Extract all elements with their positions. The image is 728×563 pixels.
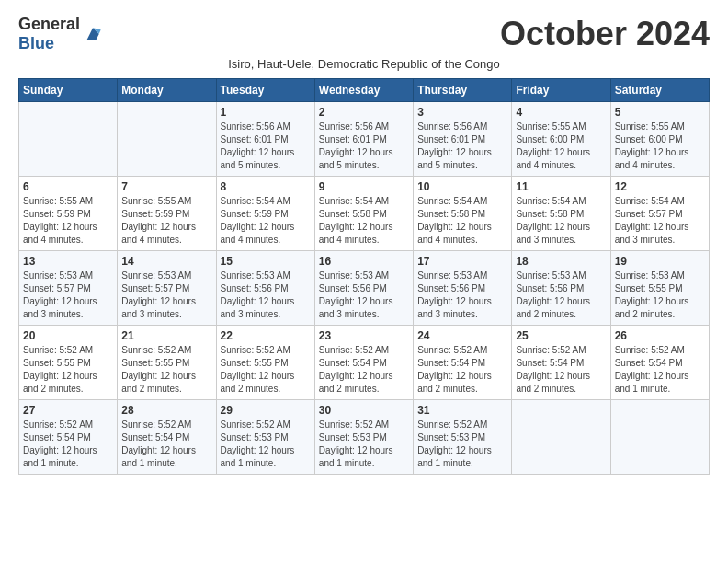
day-number: 15	[221, 255, 311, 268]
day-info: Sunrise: 5:56 AM Sunset: 6:01 PM Dayligh…	[319, 121, 409, 172]
calendar-week-row: 13Sunrise: 5:53 AM Sunset: 5:57 PM Dayli…	[19, 251, 710, 326]
weekday-header-saturday: Saturday	[610, 79, 709, 102]
day-info: Sunrise: 5:53 AM Sunset: 5:57 PM Dayligh…	[121, 270, 211, 321]
day-number: 30	[319, 404, 409, 417]
month-title: October 2024	[500, 15, 710, 53]
calendar-cell: 20Sunrise: 5:52 AM Sunset: 5:55 PM Dayli…	[19, 326, 118, 400]
day-info: Sunrise: 5:52 AM Sunset: 5:53 PM Dayligh…	[319, 419, 409, 470]
calendar-cell	[610, 400, 709, 475]
calendar-cell: 14Sunrise: 5:53 AM Sunset: 5:57 PM Dayli…	[118, 251, 216, 326]
calendar-cell: 13Sunrise: 5:53 AM Sunset: 5:57 PM Dayli…	[19, 251, 118, 326]
calendar-cell: 21Sunrise: 5:52 AM Sunset: 5:55 PM Dayli…	[118, 326, 216, 400]
logo: General Blue	[18, 15, 102, 53]
calendar-cell: 5Sunrise: 5:55 AM Sunset: 6:00 PM Daylig…	[610, 102, 709, 177]
day-info: Sunrise: 5:53 AM Sunset: 5:56 PM Dayligh…	[319, 270, 409, 321]
calendar-cell: 9Sunrise: 5:54 AM Sunset: 5:58 PM Daylig…	[314, 177, 413, 251]
calendar-table: SundayMondayTuesdayWednesdayThursdayFrid…	[18, 78, 710, 475]
calendar-cell: 25Sunrise: 5:52 AM Sunset: 5:54 PM Dayli…	[512, 326, 610, 400]
day-number: 6	[23, 180, 113, 193]
day-number: 24	[417, 329, 507, 342]
calendar-cell: 6Sunrise: 5:55 AM Sunset: 5:59 PM Daylig…	[19, 177, 118, 251]
calendar-cell: 28Sunrise: 5:52 AM Sunset: 5:54 PM Dayli…	[118, 400, 216, 475]
weekday-header-tuesday: Tuesday	[216, 79, 314, 102]
day-number: 8	[221, 180, 311, 193]
day-number: 19	[615, 255, 705, 268]
day-info: Sunrise: 5:52 AM Sunset: 5:54 PM Dayligh…	[615, 344, 705, 396]
day-info: Sunrise: 5:54 AM Sunset: 5:57 PM Dayligh…	[615, 195, 705, 247]
day-info: Sunrise: 5:54 AM Sunset: 5:59 PM Dayligh…	[221, 195, 311, 247]
day-info: Sunrise: 5:54 AM Sunset: 5:58 PM Dayligh…	[417, 195, 507, 247]
day-info: Sunrise: 5:52 AM Sunset: 5:54 PM Dayligh…	[319, 344, 409, 396]
calendar-cell	[19, 102, 118, 177]
calendar-cell: 17Sunrise: 5:53 AM Sunset: 5:56 PM Dayli…	[414, 251, 512, 326]
calendar-cell: 24Sunrise: 5:52 AM Sunset: 5:54 PM Dayli…	[414, 326, 512, 400]
calendar-cell: 18Sunrise: 5:53 AM Sunset: 5:56 PM Dayli…	[512, 251, 610, 326]
day-info: Sunrise: 5:55 AM Sunset: 5:59 PM Dayligh…	[23, 195, 113, 247]
weekday-header-wednesday: Wednesday	[314, 79, 413, 102]
day-info: Sunrise: 5:52 AM Sunset: 5:54 PM Dayligh…	[417, 344, 507, 396]
weekday-header-friday: Friday	[512, 79, 610, 102]
day-info: Sunrise: 5:53 AM Sunset: 5:57 PM Dayligh…	[23, 270, 113, 321]
day-info: Sunrise: 5:55 AM Sunset: 6:00 PM Dayligh…	[615, 121, 705, 172]
day-number: 1	[221, 106, 311, 119]
calendar-cell: 1Sunrise: 5:56 AM Sunset: 6:01 PM Daylig…	[216, 102, 314, 177]
day-info: Sunrise: 5:54 AM Sunset: 5:58 PM Dayligh…	[319, 195, 409, 247]
weekday-header-thursday: Thursday	[414, 79, 512, 102]
day-info: Sunrise: 5:52 AM Sunset: 5:55 PM Dayligh…	[121, 344, 211, 396]
logo-icon	[84, 25, 102, 43]
calendar-cell: 26Sunrise: 5:52 AM Sunset: 5:54 PM Dayli…	[610, 326, 709, 400]
day-info: Sunrise: 5:52 AM Sunset: 5:55 PM Dayligh…	[23, 344, 113, 396]
calendar-cell: 10Sunrise: 5:54 AM Sunset: 5:58 PM Dayli…	[414, 177, 512, 251]
calendar-cell: 16Sunrise: 5:53 AM Sunset: 5:56 PM Dayli…	[314, 251, 413, 326]
day-number: 2	[319, 106, 409, 119]
day-info: Sunrise: 5:52 AM Sunset: 5:54 PM Dayligh…	[516, 344, 606, 396]
day-info: Sunrise: 5:53 AM Sunset: 5:55 PM Dayligh…	[615, 270, 705, 321]
calendar-cell: 2Sunrise: 5:56 AM Sunset: 6:01 PM Daylig…	[314, 102, 413, 177]
day-number: 12	[615, 180, 705, 193]
calendar-subtitle: Isiro, Haut-Uele, Democratic Republic of…	[18, 57, 710, 71]
calendar-cell: 3Sunrise: 5:56 AM Sunset: 6:01 PM Daylig…	[414, 102, 512, 177]
day-number: 25	[516, 329, 606, 342]
day-number: 7	[121, 180, 211, 193]
calendar-cell: 30Sunrise: 5:52 AM Sunset: 5:53 PM Dayli…	[314, 400, 413, 475]
calendar-cell	[118, 102, 216, 177]
day-number: 14	[121, 255, 211, 268]
day-number: 18	[516, 255, 606, 268]
logo-general-text: General	[18, 15, 80, 33]
calendar-cell: 29Sunrise: 5:52 AM Sunset: 5:53 PM Dayli…	[216, 400, 314, 475]
day-number: 31	[417, 404, 507, 417]
page-header: General Blue October 2024	[18, 15, 710, 53]
day-info: Sunrise: 5:52 AM Sunset: 5:54 PM Dayligh…	[23, 419, 113, 470]
day-info: Sunrise: 5:52 AM Sunset: 5:53 PM Dayligh…	[221, 419, 311, 470]
day-number: 27	[23, 404, 113, 417]
day-info: Sunrise: 5:53 AM Sunset: 5:56 PM Dayligh…	[516, 270, 606, 321]
calendar-cell	[512, 400, 610, 475]
day-info: Sunrise: 5:53 AM Sunset: 5:56 PM Dayligh…	[221, 270, 311, 321]
day-number: 13	[23, 255, 113, 268]
calendar-cell: 12Sunrise: 5:54 AM Sunset: 5:57 PM Dayli…	[610, 177, 709, 251]
day-info: Sunrise: 5:53 AM Sunset: 5:56 PM Dayligh…	[417, 270, 507, 321]
weekday-header-sunday: Sunday	[19, 79, 118, 102]
weekday-header-monday: Monday	[118, 79, 216, 102]
day-number: 16	[319, 255, 409, 268]
day-info: Sunrise: 5:52 AM Sunset: 5:54 PM Dayligh…	[121, 419, 211, 470]
calendar-cell: 22Sunrise: 5:52 AM Sunset: 5:55 PM Dayli…	[216, 326, 314, 400]
logo-blue-text: Blue	[18, 34, 54, 52]
day-number: 11	[516, 180, 606, 193]
calendar-cell: 31Sunrise: 5:52 AM Sunset: 5:53 PM Dayli…	[414, 400, 512, 475]
day-number: 21	[121, 329, 211, 342]
day-info: Sunrise: 5:52 AM Sunset: 5:53 PM Dayligh…	[417, 419, 507, 470]
day-number: 3	[417, 106, 507, 119]
day-number: 29	[221, 404, 311, 417]
day-number: 4	[516, 106, 606, 119]
day-number: 23	[319, 329, 409, 342]
calendar-cell: 7Sunrise: 5:55 AM Sunset: 5:59 PM Daylig…	[118, 177, 216, 251]
day-number: 5	[615, 106, 705, 119]
logo-wordmark: General Blue	[18, 15, 80, 53]
calendar-week-row: 27Sunrise: 5:52 AM Sunset: 5:54 PM Dayli…	[19, 400, 710, 475]
day-number: 10	[417, 180, 507, 193]
calendar-week-row: 6Sunrise: 5:55 AM Sunset: 5:59 PM Daylig…	[19, 177, 710, 251]
day-info: Sunrise: 5:56 AM Sunset: 6:01 PM Dayligh…	[417, 121, 507, 172]
calendar-cell: 8Sunrise: 5:54 AM Sunset: 5:59 PM Daylig…	[216, 177, 314, 251]
day-number: 22	[221, 329, 311, 342]
